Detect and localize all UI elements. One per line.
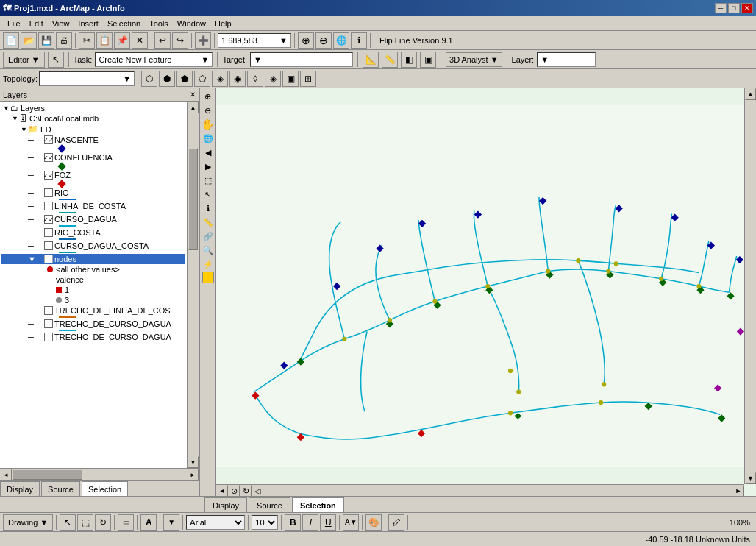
expand-db[interactable]: ▼ (12, 115, 19, 122)
confluencia-checkbox[interactable]: ✓ (44, 153, 53, 162)
bottom-tab-source[interactable]: Source (249, 497, 290, 512)
topo-tool2[interactable]: ⬢ (159, 71, 175, 87)
layer-trecho-linha-cos[interactable]: ─ TRECHO_DE_LINHA_DE_COS (1, 305, 185, 316)
close-button[interactable]: ✕ (741, 3, 753, 13)
menu-tools[interactable]: Tools (145, 18, 173, 29)
copy-button[interactable]: 📋 (96, 32, 113, 49)
lightning-tool[interactable]: ⚡ (202, 258, 215, 271)
layer-curso-dagua-costa[interactable]: ─ CURSO_DAGUA_COSTA (1, 241, 185, 251)
layer-nodes[interactable]: ▼ nodes (1, 254, 185, 264)
foz-checkbox[interactable]: ✓ (44, 171, 53, 180)
font-color-btn[interactable]: A▼ (343, 514, 359, 531)
curso-dagua-costa-checkbox[interactable] (44, 241, 53, 250)
rio-costa-checkbox[interactable] (44, 228, 53, 237)
editor-dropdown[interactable]: Editor ▼ (3, 52, 45, 68)
zoom-in-tool[interactable]: ⊕ (202, 90, 215, 103)
add-data-button[interactable]: ➕ (195, 32, 211, 49)
scroll-left[interactable]: ◄ (0, 469, 12, 481)
cut-button[interactable]: ✂ (79, 32, 95, 49)
tab-display[interactable]: Display (0, 481, 40, 496)
layer-rio-costa[interactable]: ─ RIO_COSTA (1, 227, 185, 238)
trecho-linha-cos-checkbox[interactable] (44, 306, 53, 315)
menu-help[interactable]: Help (210, 18, 236, 29)
map-view[interactable]: ⊕ ⊖ ✋ 🌐 ◀ ▶ ⬚ ↖ ℹ 📏 🔗 🔍 ⚡ (200, 88, 756, 496)
layer-linha-costa[interactable]: ─ LINHA_DE_COSTA (1, 201, 185, 211)
draw-rotate[interactable]: ↻ (95, 514, 111, 531)
delete-button[interactable]: ✕ (132, 32, 148, 49)
drawing-dropdown[interactable]: Drawing ▼ (3, 514, 53, 531)
font-dropdown-btn[interactable]: ▼ (163, 514, 179, 531)
redo-button[interactable]: ↪ (172, 32, 188, 49)
layer-rio[interactable]: ─ RIO (1, 188, 185, 198)
topo-tool10[interactable]: ⊞ (300, 71, 316, 87)
save-button[interactable]: 💾 (38, 32, 54, 49)
linha-costa-checkbox[interactable] (44, 202, 53, 210)
map-scroll-left[interactable]: ◄ (216, 485, 228, 496)
trecho-curso-dagua-checkbox[interactable] (44, 319, 53, 328)
window-controls[interactable]: ─ □ ✕ (715, 3, 753, 13)
menu-insert[interactable]: Insert (74, 18, 103, 29)
topo-tool4[interactable]: ⬠ (194, 71, 210, 87)
topo-tool8[interactable]: ◈ (265, 71, 281, 87)
3d-analyst-dropdown[interactable]: 3D Analyst ▼ (446, 52, 502, 67)
draw-pointer[interactable]: ↖ (60, 514, 76, 531)
panel-scrollbar-v[interactable]: ▲ ▼ (187, 102, 199, 468)
undo-button[interactable]: ↩ (154, 32, 171, 49)
map-scrollbar-h[interactable]: ◄ ⊙ ↻ ◁ ► (216, 484, 744, 496)
zoom-out-tool[interactable]: ⊖ (202, 104, 215, 117)
scroll-h-track[interactable] (12, 469, 187, 480)
minimize-button[interactable]: ─ (715, 3, 727, 13)
layers-root[interactable]: ▼ 🗂 Layers (1, 103, 185, 113)
globe-tool[interactable]: 🌐 (202, 132, 215, 145)
menu-window[interactable]: Window (173, 18, 210, 29)
menu-file[interactable]: File (3, 18, 25, 29)
map-scroll-up[interactable]: ▲ (745, 88, 756, 100)
curso-dagua-checkbox[interactable]: ✓ (44, 215, 53, 224)
map-zoom-btn3[interactable]: ◁ (252, 485, 263, 496)
scroll-thumb[interactable] (188, 148, 198, 251)
map-scroll-track-v[interactable] (745, 100, 756, 472)
arrow-tool[interactable]: ↖ (202, 188, 215, 201)
layer-nascente[interactable]: ─ ✓ NASCENTE (1, 135, 185, 145)
scroll-h-thumb[interactable] (13, 469, 82, 480)
snap-tool1[interactable]: 📐 (363, 52, 379, 68)
snap-tool3[interactable]: ◧ (401, 52, 417, 68)
draw-select[interactable]: ⬚ (77, 514, 93, 531)
nascente-checkbox[interactable]: ✓ (44, 135, 53, 144)
panel-close[interactable]: ✕ (190, 91, 196, 99)
task-dropdown[interactable]: Create New Feature ▼ (95, 52, 213, 67)
panel-scrollbar-h[interactable]: ◄ ► (0, 468, 199, 480)
map-scrollbar-v[interactable]: ▲ ▼ (744, 88, 756, 484)
fd-item[interactable]: ▼ 📁 FD (1, 124, 185, 135)
zoom-out-button[interactable]: ⊖ (315, 32, 332, 49)
scroll-up[interactable]: ▲ (188, 102, 199, 113)
font-select[interactable]: Arial (186, 515, 245, 530)
scroll-right[interactable]: ► (187, 469, 199, 481)
line-color-btn[interactable]: 🖊 (388, 514, 404, 531)
menu-selection[interactable]: Selection (103, 18, 145, 29)
layer-dropdown[interactable]: ▼ (537, 52, 596, 67)
fill-color-btn[interactable]: 🎨 (365, 514, 382, 531)
menu-edit[interactable]: Edit (25, 18, 48, 29)
target-dropdown[interactable]: ▼ (250, 52, 353, 67)
select-tool[interactable]: ⬚ (202, 174, 215, 187)
info-tool[interactable]: ℹ (202, 202, 215, 215)
back-tool[interactable]: ◀ (202, 146, 215, 159)
italic-btn[interactable]: I (302, 514, 318, 531)
map-scroll-down[interactable]: ▼ (745, 472, 756, 484)
bold-btn[interactable]: B (285, 514, 301, 531)
topo-tool7[interactable]: ◊ (247, 71, 263, 87)
scroll-track[interactable] (188, 113, 199, 456)
map-zoom-btn1[interactable]: ⊙ (228, 485, 240, 496)
snap-tool2[interactable]: 📏 (382, 52, 398, 68)
zoom-in-button[interactable]: ⊕ (298, 32, 314, 49)
find-tool[interactable]: 🔍 (202, 244, 215, 257)
topo-tool1[interactable]: ⬡ (141, 71, 157, 87)
expand-fd[interactable]: ▼ (21, 126, 28, 133)
maximize-button[interactable]: □ (728, 3, 740, 13)
trecho-curso-dagua2-checkbox[interactable] (44, 333, 53, 341)
forward-tool[interactable]: ▶ (202, 160, 215, 173)
scale-dropdown[interactable]: 1:689,583 ▼ (218, 33, 291, 48)
rio-checkbox[interactable] (44, 188, 53, 197)
print-button[interactable]: 🖨 (56, 32, 72, 49)
